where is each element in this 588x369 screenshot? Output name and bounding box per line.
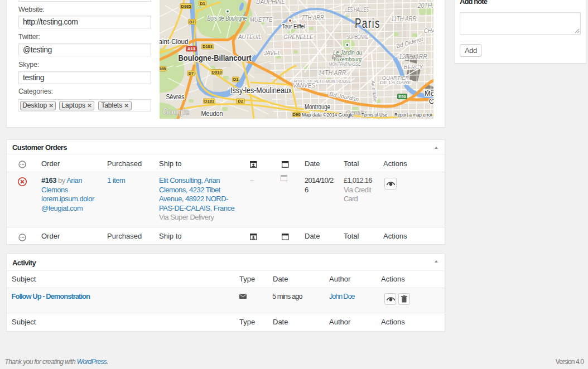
- svg-text:D1: D1: [233, 77, 239, 82]
- svg-text:AUTEUIL: AUTEUIL: [238, 34, 262, 40]
- svg-text:GRENELLE: GRENELLE: [283, 34, 314, 40]
- svg-text:20TH.: 20TH.: [417, 2, 433, 9]
- svg-text:Luxembourg: Luxembourg: [334, 56, 362, 62]
- svg-text:12TH ARR.: 12TH ARR.: [399, 52, 429, 61]
- svg-text:DAUPHINE: DAUPHINE: [256, 0, 285, 5]
- svg-text:A13: A13: [187, 46, 195, 51]
- svg-text:Sèvres: Sèvres: [166, 93, 185, 101]
- svg-text:D181: D181: [204, 99, 214, 104]
- svg-text:Issy-les-Moulineaux: Issy-les-Moulineaux: [230, 86, 292, 95]
- svg-text:CHA: CHA: [423, 28, 433, 34]
- svg-text:D1: D1: [200, 1, 205, 6]
- svg-text:D103: D103: [203, 44, 213, 49]
- svg-text:Tour Eiffel: Tour Eiffel: [282, 23, 305, 30]
- svg-text:Google: Google: [163, 107, 189, 116]
- svg-text:Terms of Use: Terms of Use: [362, 111, 387, 118]
- svg-text:LES HALLES: LES HALLES: [345, 7, 369, 13]
- svg-text:BERCY: BERCY: [404, 64, 424, 70]
- svg-text:985: 985: [160, 66, 166, 71]
- svg-text:Meudon: Meudon: [201, 109, 223, 118]
- svg-text:Montrouge: Montrouge: [305, 103, 330, 111]
- svg-text:Map data ©2014 Google: Map data ©2014 Google: [302, 111, 354, 118]
- svg-text:VANVES: VANVES: [293, 82, 315, 89]
- svg-text:DE LA GARE: DE LA GARE: [380, 79, 412, 85]
- svg-text:JAVEL: JAVEL: [263, 50, 281, 56]
- svg-text:7TH ARR.: 7TH ARR.: [302, 14, 326, 22]
- svg-text:MUETTE: MUETTE: [249, 17, 272, 23]
- svg-text:Boulogne-Billancourt: Boulogne-Billancourt: [179, 54, 252, 62]
- svg-text:SORBONNE: SORBONNE: [347, 34, 369, 40]
- svg-text:Bois de Boulogne: Bois de Boulogne: [208, 14, 247, 22]
- svg-text:E50: E50: [398, 94, 406, 99]
- svg-text:11TH ARR.: 11TH ARR.: [391, 15, 418, 23]
- svg-text:D90: D90: [293, 112, 301, 117]
- svg-text:aint-Cloud: aint-Cloud: [160, 37, 189, 46]
- svg-text:D2: D2: [238, 99, 243, 104]
- svg-text:Paris: Paris: [355, 16, 380, 31]
- svg-text:D7: D7: [189, 20, 195, 25]
- svg-text:MONTPARNASSE: MONTPARNASSE: [329, 61, 362, 67]
- svg-text:Le Jardin du: Le Jardin du: [333, 49, 362, 56]
- svg-text:Report a map error: Report a map error: [394, 111, 432, 118]
- svg-text:D910: D910: [212, 70, 222, 75]
- svg-text:D7: D7: [189, 71, 194, 76]
- svg-text:Mo: Mo: [425, 89, 433, 98]
- svg-text:Cl: Cl: [429, 97, 433, 105]
- svg-text:14TH ARR.: 14TH ARR.: [319, 69, 348, 77]
- svg-text:D985: D985: [181, 4, 191, 9]
